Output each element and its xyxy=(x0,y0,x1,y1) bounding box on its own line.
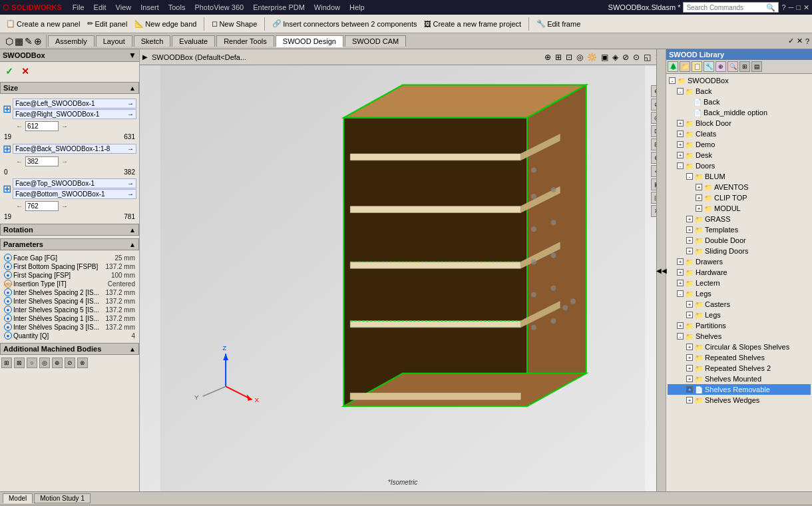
tree-toggle-repeated2[interactable]: + xyxy=(686,365,693,372)
face-bottom-ref[interactable]: Face@Bottom_SWOODBox-1 → xyxy=(13,189,136,199)
menu-help[interactable]: Help xyxy=(345,2,369,13)
rp-tool-4[interactable]: 🔧 xyxy=(704,61,714,72)
tree-toggle-lectern[interactable]: + xyxy=(677,280,684,286)
tree-item-cleats[interactable]: + 📁 Cleats xyxy=(668,128,811,139)
rotation-section-header[interactable]: Rotation ▲ xyxy=(0,224,139,236)
vp-icon-5[interactable]: 🔆 xyxy=(586,53,598,62)
machined-icon-3[interactable]: ○ xyxy=(27,358,37,368)
tree-toggle-shelves-removable[interactable]: + xyxy=(686,386,693,393)
vp-icon-1[interactable]: ⊕ xyxy=(543,53,552,62)
tree-item-shelves[interactable]: - 📁 Shelves xyxy=(668,331,811,342)
menu-epdm[interactable]: Enterprise PDM xyxy=(249,2,309,13)
size-section-header[interactable]: Size ▲ xyxy=(0,82,139,94)
machined-icon-1[interactable]: ⊞ xyxy=(1,358,12,368)
tree-item-block-door[interactable]: + 📁 Block Door xyxy=(668,118,811,128)
face-lr-link-icon[interactable]: ⊞ xyxy=(3,103,11,115)
tree-toggle-swoodbox[interactable]: - xyxy=(669,77,676,84)
tree-item-shelves-removable[interactable]: + 📄 Shelves Removable xyxy=(668,384,811,395)
tab-evaluate[interactable]: Evaluate xyxy=(172,35,215,47)
face-back-ref-item[interactable]: Face@Back_SWOODBox-1:1-8 → xyxy=(13,144,136,154)
tab-icon-3[interactable]: ✎ xyxy=(25,36,33,47)
tree-toggle-aventos[interactable]: + xyxy=(696,184,702,190)
tree-item-back-middle[interactable]: 📄 Back_middle option xyxy=(668,107,811,118)
edit-frame-button[interactable]: 🔧 Edit frame xyxy=(533,17,584,30)
minimize-icon[interactable]: ─ xyxy=(789,3,794,11)
tree-item-shelves-mounted[interactable]: + 📁 Shelves Mounted xyxy=(668,374,811,384)
menu-insert[interactable]: Insert xyxy=(136,2,163,13)
depth-input[interactable] xyxy=(25,156,59,166)
tree-item-shelves-wedges[interactable]: + 📁 Shelves Wedges xyxy=(668,395,811,405)
tab-render-tools[interactable]: Render Tools xyxy=(216,35,274,47)
tab-motion-study[interactable]: Motion Study 1 xyxy=(34,493,91,503)
tree-toggle-legs[interactable]: - xyxy=(677,290,684,297)
left-panel-close[interactable]: ▼ xyxy=(128,51,136,60)
size-collapse-icon[interactable]: ▲ xyxy=(129,85,136,92)
machined-icon-7[interactable]: ⊗ xyxy=(77,358,88,368)
insert-connectors-button[interactable]: 🔗 Insert connectors between 2 components xyxy=(269,17,420,30)
tree-toggle-shelves-wedges[interactable]: + xyxy=(686,397,693,403)
tree-item-aventos[interactable]: + 📁 AVENTOS xyxy=(668,182,811,192)
tree-item-lectern[interactable]: + 📁 Lectern xyxy=(668,278,811,288)
edit-panel-button[interactable]: ✏ Edit panel xyxy=(84,17,130,30)
machined-section-header[interactable]: Additional Machined Bodies ▲ xyxy=(0,343,139,355)
maximize-icon[interactable]: □ xyxy=(796,3,801,11)
menu-edit[interactable]: Edit xyxy=(90,2,110,13)
tree-item-drawers[interactable]: + 📁 Drawers xyxy=(668,256,811,267)
tree-item-circular-slopes[interactable]: + 📁 Circular & Slopes Shelves xyxy=(668,342,811,352)
tree-item-casters[interactable]: + 📁 Casters xyxy=(668,299,811,310)
help-icon[interactable]: ? xyxy=(781,3,785,11)
search-box[interactable]: 🔍 xyxy=(683,2,779,13)
tree-item-double-door[interactable]: + 📁 Double Door xyxy=(668,235,811,246)
params-collapse-icon[interactable]: ▲ xyxy=(129,241,136,248)
tree-toggle-double-door[interactable]: + xyxy=(686,237,693,244)
vp-icon-3[interactable]: ⊡ xyxy=(564,53,574,62)
tab-model[interactable]: Model xyxy=(3,493,33,503)
rp-tool-8[interactable]: ▤ xyxy=(751,61,762,72)
face-back-link-icon[interactable]: ⊞ xyxy=(3,142,11,155)
tree-toggle-grass[interactable]: + xyxy=(686,216,693,222)
menu-tools[interactable]: Tools xyxy=(164,2,190,13)
tree-toggle-doors[interactable]: - xyxy=(677,162,684,169)
tree-item-repeated-shelves[interactable]: + 📁 Repeated Shelves xyxy=(668,352,811,363)
machined-icon-6[interactable]: ⊘ xyxy=(65,358,75,368)
tree-toggle-hardware[interactable]: + xyxy=(677,269,684,276)
tab-icon-2[interactable]: ▦ xyxy=(15,36,23,47)
params-section-header[interactable]: Parameters ▲ xyxy=(0,238,139,250)
tree-item-hardware[interactable]: + 📁 Hardware xyxy=(668,267,811,278)
tree-item-grass[interactable]: + 📁 GRASS xyxy=(668,214,811,224)
tree-toggle-sliding-doors[interactable]: + xyxy=(686,248,693,254)
tree-toggle-blum[interactable]: - xyxy=(686,173,693,180)
tree-item-legs[interactable]: - 📁 Legs xyxy=(668,288,811,299)
tab-layout[interactable]: Layout xyxy=(96,35,132,47)
tree-item-back-item[interactable]: 📄 Back xyxy=(668,97,811,107)
tab-right-icon2[interactable]: ✕ xyxy=(797,37,803,45)
tree-item-clip-top[interactable]: + 📁 CLIP TOP xyxy=(668,192,811,203)
vp-icon-6[interactable]: ▣ xyxy=(600,53,610,62)
tree-toggle-clip-top[interactable]: + xyxy=(696,194,702,201)
menu-view[interactable]: View xyxy=(112,2,136,13)
tree-item-templates[interactable]: + 📁 Templates xyxy=(668,224,811,235)
close-icon[interactable]: ✕ xyxy=(803,3,809,12)
tree-toggle-circular[interactable]: + xyxy=(686,344,693,350)
tree-toggle-modul[interactable]: + xyxy=(696,205,702,212)
width-input[interactable] xyxy=(25,121,59,131)
tab-icon-1[interactable]: ⬡ xyxy=(5,36,13,47)
vp-icon-10[interactable]: ◱ xyxy=(642,53,652,62)
tree-toggle-repeated[interactable]: + xyxy=(686,354,693,361)
tab-swood-design[interactable]: SWOOD Design xyxy=(276,35,343,47)
face-tb-link-icon[interactable]: ⊞ xyxy=(3,182,11,195)
tab-sketch[interactable]: Sketch xyxy=(134,35,171,47)
tree-item-modul[interactable]: + 📁 MODUL xyxy=(668,203,811,214)
face-left-ref[interactable]: Face@Left_SWOODBox-1 → xyxy=(13,99,136,109)
cancel-button[interactable]: ✕ xyxy=(19,65,32,78)
machined-icon-4[interactable]: ◎ xyxy=(39,358,50,368)
vp-expand-icon[interactable]: ▶ xyxy=(142,53,148,61)
vp-icon-4[interactable]: ◎ xyxy=(575,53,584,62)
tree-toggle-legs-sub[interactable]: + xyxy=(686,312,693,318)
tree-item-sliding-doors[interactable]: + 📁 Sliding Doors xyxy=(668,246,811,256)
right-panel-collapse[interactable]: ◀◀ xyxy=(656,49,666,491)
create-panel-button[interactable]: 📋 Create a new panel xyxy=(3,17,83,30)
machined-icon-5[interactable]: ⊕ xyxy=(52,358,63,368)
tree-toggle-partitions[interactable]: + xyxy=(677,322,684,329)
rp-tool-2[interactable]: 📁 xyxy=(680,61,690,72)
